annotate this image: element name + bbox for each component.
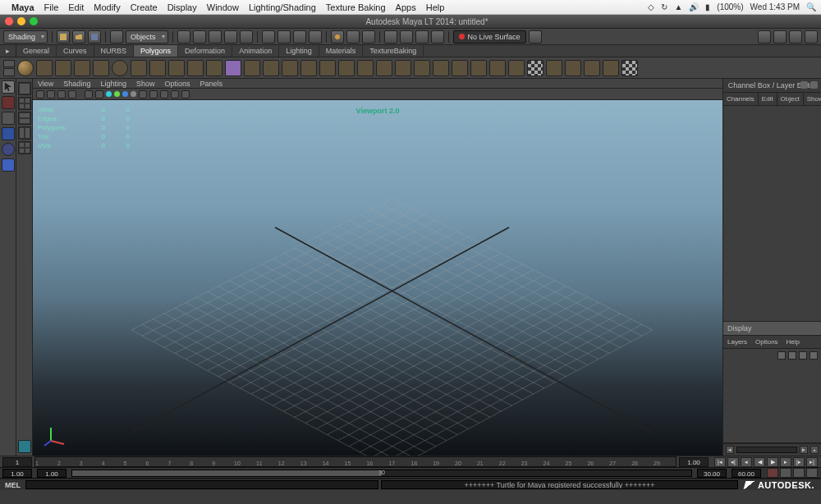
layer-new-icon[interactable] xyxy=(777,351,786,360)
spotlight-icon[interactable]: 🔍 xyxy=(806,2,816,11)
play-back-button[interactable]: ◀ xyxy=(754,457,765,467)
volume-icon[interactable]: 🔊 xyxy=(689,2,699,11)
step-fwd-button[interactable]: ▸ xyxy=(780,457,791,467)
shelf-cone-icon[interactable] xyxy=(74,60,90,76)
shelf-platonic-icon[interactable] xyxy=(225,60,241,76)
clock[interactable]: Wed 1:43 PM xyxy=(750,2,800,11)
shelf-i8[interactable] xyxy=(395,60,411,76)
snap-live-button[interactable] xyxy=(240,30,253,44)
go-end-button[interactable]: ▸| xyxy=(806,457,818,467)
range-out-field[interactable]: 30.00 xyxy=(697,469,727,478)
two-pane-v-icon[interactable] xyxy=(18,126,31,140)
shelf-i3[interactable] xyxy=(300,60,317,76)
layer-opt-icon[interactable] xyxy=(810,351,818,360)
shelf-cylinder-icon[interactable] xyxy=(55,60,71,76)
menu-edit[interactable]: Edit xyxy=(68,2,84,12)
time-slider[interactable]: 1 12345678910111213141516171819202122232… xyxy=(0,456,821,468)
shelf-i7[interactable] xyxy=(376,60,392,76)
tab-deformation[interactable]: Deformation xyxy=(178,45,232,57)
open-scene-button[interactable] xyxy=(72,30,85,44)
shelf-soccer-icon[interactable] xyxy=(206,60,222,76)
shelf-tab-up-icon[interactable] xyxy=(3,60,15,68)
vp-btn-2[interactable] xyxy=(47,90,55,99)
display-header[interactable]: Display xyxy=(723,321,821,336)
layout-btn-4[interactable] xyxy=(805,30,818,44)
scroll-right-icon[interactable]: ▸ xyxy=(800,446,808,454)
tab-materials[interactable]: Materials xyxy=(319,45,364,57)
vp-dot-cyan-icon[interactable] xyxy=(106,91,112,97)
menu-apps[interactable]: Apps xyxy=(396,2,416,12)
tb-misc-1[interactable] xyxy=(262,30,275,44)
vp-dot-blue-icon[interactable] xyxy=(122,91,128,97)
layout-btn-3[interactable] xyxy=(789,30,802,44)
menu-lighting[interactable]: Lighting/Shading xyxy=(249,2,316,12)
render-settings-button[interactable] xyxy=(362,30,375,44)
layout-btn-1[interactable] xyxy=(758,30,771,44)
step-fwd-key-button[interactable]: |▸ xyxy=(793,457,805,467)
menu-create[interactable]: Create xyxy=(131,2,158,12)
scroll-end-icon[interactable]: ▪ xyxy=(810,446,819,454)
tb-misc-8[interactable] xyxy=(431,30,444,44)
layout-btn-2[interactable] xyxy=(773,30,787,44)
vp-menu-lighting[interactable]: Lighting xyxy=(100,80,126,88)
shelf-type-icon[interactable] xyxy=(244,60,260,76)
objects-dropdown[interactable]: Objects xyxy=(126,30,168,44)
save-scene-button[interactable] xyxy=(88,30,101,44)
new-scene-button[interactable] xyxy=(57,30,70,44)
shelf-i4[interactable] xyxy=(319,60,336,76)
shelf-chk2[interactable] xyxy=(546,60,562,76)
minimize-icon[interactable] xyxy=(17,17,25,25)
playback-prefs-button[interactable] xyxy=(806,468,818,478)
panel-scrollbar[interactable]: ◂ ▸ ▪ xyxy=(723,443,821,456)
select-tool[interactable] xyxy=(2,80,15,94)
shelf-chk4[interactable] xyxy=(584,60,600,76)
battery-icon[interactable]: ▮ xyxy=(705,2,710,11)
scroll-track[interactable] xyxy=(736,447,797,453)
shelf-tab-down-icon[interactable] xyxy=(3,68,15,76)
shelf-i11[interactable] xyxy=(452,60,468,76)
four-pane-icon[interactable] xyxy=(18,97,31,110)
traffic-lights[interactable] xyxy=(5,17,38,25)
shelf-helix-icon[interactable] xyxy=(187,60,204,76)
shelf-sphere-icon[interactable] xyxy=(17,60,34,76)
shelf-i2[interactable] xyxy=(282,60,298,76)
vp-btn-3[interactable] xyxy=(57,90,66,99)
vp-btn-1[interactable] xyxy=(36,90,44,99)
snap-point-button[interactable] xyxy=(209,30,222,44)
lasso-tool[interactable] xyxy=(2,96,15,109)
snap-grid-button[interactable] xyxy=(177,30,190,44)
shelf-chk5[interactable] xyxy=(603,60,619,76)
vp-btn-5[interactable] xyxy=(85,90,93,99)
close-icon[interactable] xyxy=(5,17,13,25)
vp-btn-9[interactable] xyxy=(160,90,168,99)
vp-dot-green-icon[interactable] xyxy=(114,91,120,97)
live-surface-pill[interactable]: No Live Surface xyxy=(453,30,526,44)
cmd-lang-label[interactable]: MEL xyxy=(0,481,25,489)
step-back-key-button[interactable]: ◂| xyxy=(727,457,739,467)
menu-display[interactable]: Display xyxy=(167,2,197,12)
step-back-button[interactable]: ◂ xyxy=(741,457,752,467)
scroll-left-icon[interactable]: ◂ xyxy=(726,446,734,454)
tb-misc-2[interactable] xyxy=(277,30,291,44)
single-pane-icon[interactable] xyxy=(18,82,31,95)
vp-dot-grey-icon[interactable] xyxy=(131,91,136,97)
tb-misc-5[interactable] xyxy=(384,30,397,44)
menu-file[interactable]: File xyxy=(44,2,59,12)
tb-misc-3[interactable] xyxy=(293,30,306,44)
tab-curves[interactable]: Curves xyxy=(57,45,94,57)
layer-tab-options[interactable]: Options xyxy=(751,336,782,348)
shelf-chk3[interactable] xyxy=(565,60,581,76)
cb-icon-2[interactable] xyxy=(810,81,818,89)
shelf-prism-icon[interactable] xyxy=(131,60,147,76)
menu-help[interactable]: Help xyxy=(426,2,445,12)
rotate-tool[interactable] xyxy=(2,143,15,156)
paint-tool[interactable] xyxy=(2,112,15,125)
render-button[interactable] xyxy=(331,30,344,44)
shelf-i14[interactable] xyxy=(508,60,525,76)
layer-del-icon[interactable] xyxy=(799,351,807,360)
menu-modify[interactable]: Modify xyxy=(94,2,120,12)
vp-btn-4[interactable] xyxy=(68,90,76,99)
tb-misc-9[interactable] xyxy=(529,30,542,44)
move-tool[interactable] xyxy=(2,127,15,140)
autokey-button[interactable] xyxy=(767,468,778,478)
